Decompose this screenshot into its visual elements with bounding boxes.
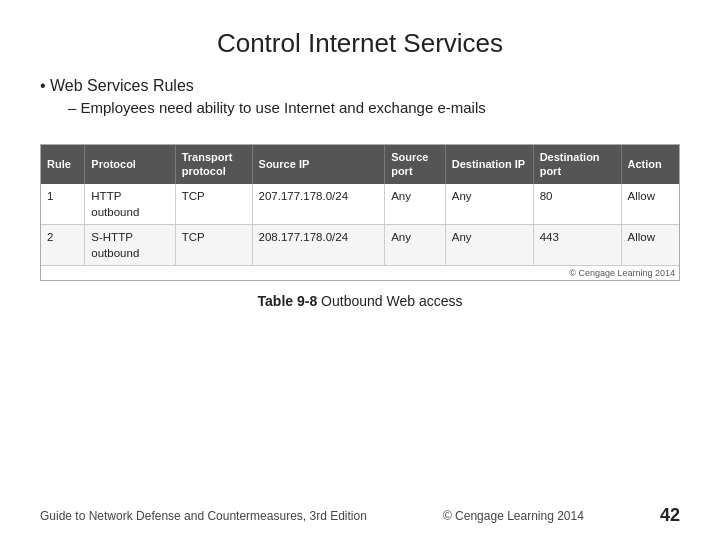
- table-header-row: Rule Protocol Transport protocol Source …: [41, 145, 679, 184]
- col-header-sourceip: Source IP: [252, 145, 385, 184]
- table-cell: Any: [445, 224, 533, 265]
- table-cell: TCP: [175, 184, 252, 225]
- table-cell: Allow: [621, 224, 679, 265]
- table-row: 2S-HTTPoutboundTCP208.177.178.0/24AnyAny…: [41, 224, 679, 265]
- col-header-action: Action: [621, 145, 679, 184]
- footer-center: © Cengage Learning 2014: [443, 509, 584, 523]
- table-caption: Table 9-8 Outbound Web access: [40, 293, 680, 309]
- table-cell: 2: [41, 224, 85, 265]
- col-header-destip: Destination IP: [445, 145, 533, 184]
- footer-left: Guide to Network Defense and Countermeas…: [40, 509, 367, 523]
- col-header-rule: Rule: [41, 145, 85, 184]
- table-cell: 443: [533, 224, 621, 265]
- col-header-sourceport: Source port: [385, 145, 446, 184]
- footer-right: 42: [660, 505, 680, 526]
- data-table: Rule Protocol Transport protocol Source …: [40, 144, 680, 281]
- table-cell: 208.177.178.0/24: [252, 224, 385, 265]
- table-cell: HTTPoutbound: [85, 184, 175, 225]
- page-title: Control Internet Services: [40, 28, 680, 59]
- bullet-section: • Web Services Rules – Employees need ab…: [40, 77, 680, 126]
- table-cell: Any: [385, 224, 446, 265]
- table-cell: 207.177.178.0/24: [252, 184, 385, 225]
- footer: Guide to Network Defense and Countermeas…: [0, 505, 720, 526]
- table-cell: TCP: [175, 224, 252, 265]
- col-header-protocol: Protocol: [85, 145, 175, 184]
- table-cell: 80: [533, 184, 621, 225]
- bullet-main-text: Web Services Rules: [50, 77, 194, 94]
- table-cell: 1: [41, 184, 85, 225]
- table-cell: Any: [385, 184, 446, 225]
- bullet-main: • Web Services Rules: [40, 77, 680, 95]
- table-cell: S-HTTPoutbound: [85, 224, 175, 265]
- table-copyright: © Cengage Learning 2014: [41, 266, 679, 280]
- table-row: 1HTTPoutboundTCP207.177.178.0/24AnyAny80…: [41, 184, 679, 225]
- table-cell: Any: [445, 184, 533, 225]
- table-cell: Allow: [621, 184, 679, 225]
- col-header-transport: Transport protocol: [175, 145, 252, 184]
- caption-bold: Table 9-8: [258, 293, 318, 309]
- caption-text: Outbound Web access: [317, 293, 462, 309]
- col-header-destport: Destination port: [533, 145, 621, 184]
- page: Control Internet Services • Web Services…: [0, 0, 720, 540]
- bullet-sub: – Employees need ability to use Internet…: [68, 99, 680, 116]
- bullet-dot: •: [40, 77, 50, 94]
